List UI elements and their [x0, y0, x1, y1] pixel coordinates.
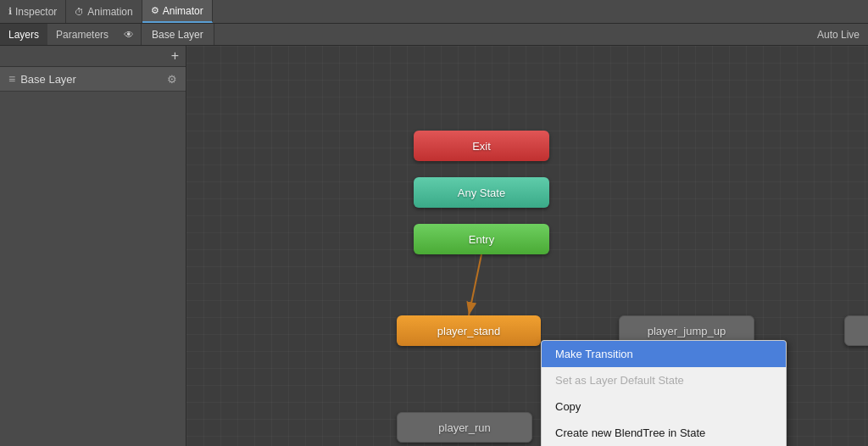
node-entry[interactable]: Entry: [414, 224, 549, 254]
tab-layers-label: Layers: [8, 29, 39, 41]
tab-inspector-label: Inspector: [15, 6, 57, 18]
inspector-icon: ℹ: [8, 6, 12, 17]
animation-icon: ⏱: [75, 7, 84, 17]
sidebar-header: +: [0, 46, 186, 67]
layer-drag-icon: ≡: [8, 72, 15, 86]
second-bar: Layers Parameters 👁 Base Layer Auto Live: [0, 24, 868, 46]
node-player-jump-label: player_jump_up: [648, 325, 726, 337]
tab-parameters-label: Parameters: [56, 29, 108, 41]
canvas-area[interactable]: Exit Any State Entry player_stand player…: [186, 46, 868, 446]
node-player-stand-label: player_stand: [437, 325, 500, 337]
layer-item-base[interactable]: ≡ Base Layer ⚙: [0, 67, 186, 92]
context-menu-create-blendtree[interactable]: Create new BlendTree in State: [542, 420, 786, 446]
layer-name-label: Base Layer: [152, 29, 203, 41]
node-any-state[interactable]: Any State: [414, 177, 549, 208]
context-menu-copy[interactable]: Copy: [542, 393, 786, 420]
add-layer-button[interactable]: +: [171, 49, 179, 63]
node-exit[interactable]: Exit: [414, 131, 549, 161]
node-entry-label: Entry: [469, 233, 494, 246]
svg-line-1: [469, 254, 481, 315]
eye-icon[interactable]: 👁: [117, 29, 141, 41]
node-player-run-label: player_run: [438, 421, 490, 434]
auto-live-label: Auto Live: [809, 29, 868, 41]
node-player-run[interactable]: player_run: [397, 412, 532, 443]
tab-animation-label: Animation: [87, 6, 132, 18]
main-layout: + ≡ Base Layer ⚙ Exit Any State: [0, 46, 868, 446]
tab-inspector[interactable]: ℹ Inspector: [0, 0, 66, 23]
node-player-clear[interactable]: player_clear: [844, 315, 868, 346]
context-menu-make-transition[interactable]: Make Transition: [542, 341, 786, 367]
tab-parameters[interactable]: Parameters: [47, 24, 117, 45]
animator-icon: ⚙: [151, 5, 159, 16]
top-bar: ℹ Inspector ⏱ Animation ⚙ Animator: [0, 0, 868, 24]
node-any-state-label: Any State: [458, 187, 505, 199]
tab-layers[interactable]: Layers: [0, 24, 47, 45]
sidebar: + ≡ Base Layer ⚙: [0, 46, 186, 446]
node-player-stand[interactable]: player_stand: [397, 315, 541, 346]
context-menu: Make Transition Set as Layer Default Sta…: [541, 340, 787, 446]
tab-animator[interactable]: ⚙ Animator: [142, 0, 213, 23]
context-menu-set-default: Set as Layer Default State: [542, 367, 786, 393]
tab-animator-label: Animator: [163, 5, 203, 17]
layer-name-tab[interactable]: Base Layer: [142, 24, 214, 45]
tab-animation[interactable]: ⏱ Animation: [66, 0, 142, 23]
node-exit-label: Exit: [472, 140, 491, 153]
layer-settings-icon[interactable]: ⚙: [167, 73, 177, 86]
layer-item-name: Base Layer: [20, 73, 167, 86]
